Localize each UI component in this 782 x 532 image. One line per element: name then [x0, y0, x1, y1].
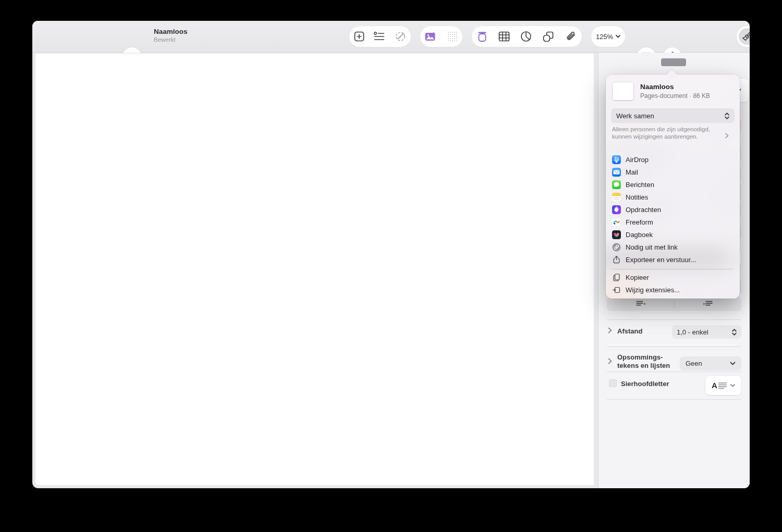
- dropcap-checkbox[interactable]: [609, 379, 617, 387]
- updown-chevron-icon: [725, 113, 729, 119]
- spacing-value: 1,0 - enkel: [677, 328, 708, 336]
- action-copy[interactable]: Kopieer: [606, 271, 740, 283]
- airdrop-icon: [612, 155, 621, 164]
- share-target-mail[interactable]: Mail: [606, 166, 740, 178]
- spacing-label: Afstand: [617, 327, 642, 335]
- insert-icon[interactable]: [353, 31, 365, 42]
- zoom-chevron-icon: [616, 35, 620, 38]
- share-target-airdrop[interactable]: AirDrop: [606, 153, 740, 166]
- share-target-invite-link[interactable]: Nodig uit met link: [606, 241, 740, 253]
- window-subtitle: Bewerkt: [154, 36, 188, 43]
- freeform-icon: [612, 218, 621, 227]
- zoom-control[interactable]: 125%: [591, 26, 625, 47]
- attachment-icon[interactable]: [565, 31, 577, 42]
- share-target-shortcuts[interactable]: Opdrachten: [606, 203, 740, 216]
- shortcuts-icon: [612, 205, 621, 214]
- toolbar-group-panels: [737, 26, 750, 47]
- extensions-icon: [612, 286, 621, 294]
- pages-window: Naamloos Bewerkt: [32, 21, 750, 488]
- dropcap-style-button[interactable]: A: [705, 376, 741, 395]
- indent-control: [607, 297, 741, 311]
- toolbar-group-media: [420, 26, 462, 47]
- format-brush-icon: [742, 31, 750, 42]
- indent-button[interactable]: [675, 297, 741, 311]
- share-target-export[interactable]: Exporteer en verstuur...: [606, 253, 740, 266]
- outdent-button[interactable]: [607, 297, 674, 311]
- invite-link-icon: [612, 243, 621, 252]
- export-icon: [612, 255, 621, 264]
- indent-icon: [703, 301, 713, 307]
- messages-icon: [612, 180, 621, 189]
- share-target-messages[interactable]: Berichten: [606, 178, 740, 191]
- dropcap-preview-icon: A: [712, 382, 727, 389]
- mail-icon: [612, 168, 621, 177]
- notes-icon: [612, 193, 621, 202]
- text-box-icon[interactable]: [477, 30, 487, 43]
- screenshot-stage: Naamloos Bewerkt: [0, 0, 782, 532]
- toolbar-group-insert: [349, 26, 411, 47]
- spacing-dropdown[interactable]: 1,0 - enkel: [672, 325, 741, 339]
- document-canvas[interactable]: [35, 53, 594, 485]
- share-target-notes[interactable]: Notities: [606, 191, 740, 203]
- hidden-sidebar-title: [661, 58, 686, 66]
- outdent-icon: [636, 301, 645, 307]
- share-popover: Naamloos Pages-document · 86 KB Werk sam…: [606, 75, 740, 299]
- share-target-freeform[interactable]: Freeform: [606, 216, 740, 228]
- popover-doc-meta: Pages-document · 86 KB: [640, 92, 710, 100]
- chart-icon[interactable]: [520, 31, 532, 42]
- chevron-down-icon: [730, 362, 736, 365]
- dropcap-label: Sierhoofdletter: [621, 380, 669, 388]
- media-icon[interactable]: [424, 31, 438, 42]
- bullets-label: Opsommings- tekens en lijsten: [617, 353, 670, 370]
- collaboration-description: Alleen personen die zijn uitgenodigd, ku…: [612, 126, 723, 140]
- collaboration-detail-chevron-icon[interactable]: [725, 133, 729, 139]
- toolbar: Naamloos Bewerkt: [32, 21, 750, 53]
- collaboration-dropdown[interactable]: Werk samen: [611, 108, 735, 123]
- image-grid-icon[interactable]: [447, 31, 458, 42]
- journal-icon: [612, 230, 621, 239]
- document-thumbnail: [613, 82, 633, 100]
- shapes-icon[interactable]: [542, 31, 554, 42]
- spacing-disclosure-icon[interactable]: [608, 327, 612, 333]
- bullets-dropdown[interactable]: Geen: [680, 356, 741, 370]
- action-edit-extensions[interactable]: Wijzig extensies...: [606, 283, 740, 296]
- toolbar-group-objects: [472, 26, 582, 47]
- window-title: Naamloos: [154, 28, 188, 36]
- bullets-disclosure-icon[interactable]: [608, 358, 612, 364]
- writing-tools-icon[interactable]: [394, 30, 407, 43]
- table-icon[interactable]: [498, 31, 510, 42]
- zoom-level: 125%: [596, 33, 613, 41]
- format-brush-button[interactable]: [739, 28, 750, 45]
- collaboration-value: Werk samen: [616, 112, 654, 120]
- chevron-down-icon: [730, 384, 735, 387]
- share-target-journal[interactable]: Dagboek: [606, 228, 740, 241]
- table-of-contents-icon[interactable]: [373, 31, 385, 42]
- updown-chevron-icon: [732, 329, 737, 336]
- popover-doc-title: Naamloos: [640, 83, 674, 91]
- copy-icon: [612, 273, 621, 282]
- popover-separator: [612, 269, 734, 269]
- bullets-value: Geen: [686, 360, 702, 367]
